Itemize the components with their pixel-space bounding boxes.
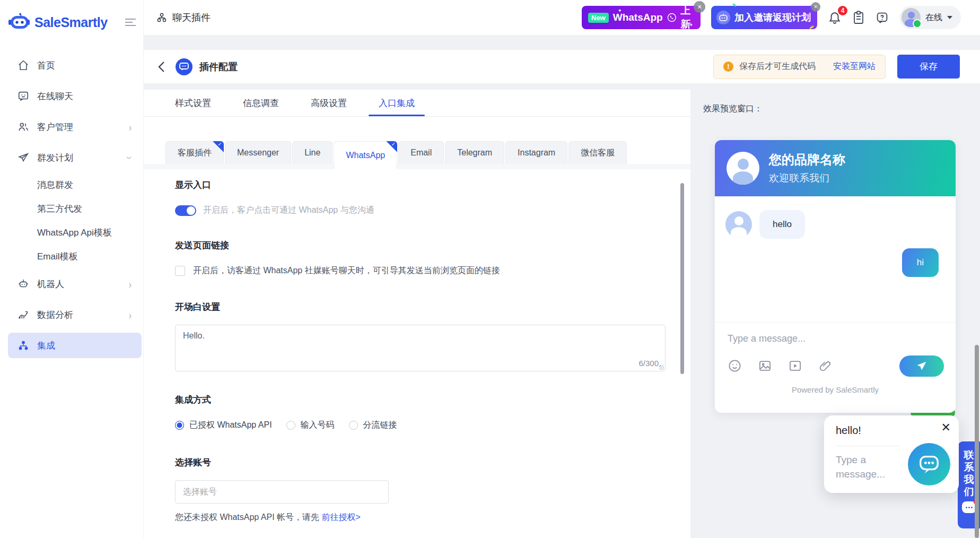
send-button[interactable] (899, 355, 944, 377)
input-divider (715, 322, 956, 323)
incoming-message-row: hello (725, 210, 945, 239)
sidebar-item-third-party[interactable]: 第三方代发 (0, 197, 143, 221)
help-button[interactable] (876, 11, 889, 24)
sidebar-item-label: 客户管理 (37, 121, 73, 133)
contact-tab-char: 联 (964, 449, 974, 461)
users-icon (18, 121, 29, 133)
welcome-text: 欢迎联系我们 (769, 171, 845, 185)
radio-authorized-whatsapp-api[interactable]: 已授权 WhatsApp API (175, 420, 272, 431)
sparkle-decoration: ✦ (618, 8, 622, 13)
form-scrollbar[interactable] (680, 183, 684, 374)
tab-label: 高级设置 (311, 97, 347, 109)
radio-label: 分流链接 (363, 420, 397, 431)
close-icon[interactable]: ✕ (941, 422, 951, 433)
preview-area: 效果预览窗口： 您的品牌名称 欢迎联系我们 hello hi Ty (690, 90, 980, 538)
sidebar-collapse-icon[interactable] (125, 18, 136, 27)
image-icon[interactable] (758, 359, 772, 373)
sidebar-item-analytics[interactable]: 数据分析 › (0, 299, 143, 330)
channel-tab-messenger[interactable]: Messenger (225, 141, 291, 164)
channel-tab-label: Messenger (237, 148, 279, 158)
sidebar-item-customers[interactable]: 客户管理 › (0, 111, 143, 142)
tab-style-settings[interactable]: 样式设置 (175, 90, 211, 116)
channel-tab-widget[interactable]: 客服插件 ✓ (165, 141, 224, 164)
contact-tab-char: 系 (964, 461, 974, 473)
send-page-link-checkbox[interactable] (175, 266, 185, 276)
chevron-right-icon: › (129, 121, 132, 133)
whatsapp-promo-banner[interactable]: New WhatsApp 上新 ✦ ✦ ✕ (582, 6, 701, 29)
channel-tab-line[interactable]: Line (292, 141, 332, 164)
sidebar-item-message-blast[interactable]: 消息群发 (0, 173, 143, 197)
banner-close-icon[interactable]: ✕ (811, 2, 820, 12)
channel-tab-email[interactable]: Email (398, 141, 444, 164)
sparkle-decoration: ✦ (689, 22, 693, 28)
install-to-site-link[interactable]: 安装至网站 (833, 61, 876, 72)
display-entry-desc: 开启后，客户点击可通过 WhatsApp 与您沟通 (203, 205, 374, 216)
sidebar-item-integration[interactable]: 集成 (8, 333, 142, 358)
channel-tab-wechat[interactable]: 微信客服 (568, 141, 627, 164)
emoji-icon[interactable] (728, 359, 742, 373)
go-authorize-link[interactable]: 前往授权> (322, 513, 361, 522)
topbar-right: New WhatsApp 上新 ✦ ✦ ✕ 加入邀请返现计划 ✕ (582, 6, 961, 29)
chart-icon (18, 309, 29, 320)
display-entry-row: 开启后，客户点击可通过 WhatsApp 与您沟通 (175, 205, 668, 216)
brand-name: 您的品牌名称 (769, 151, 845, 168)
tab-info-survey[interactable]: 信息调查 (243, 90, 279, 116)
channel-tab-whatsapp[interactable]: WhatsApp ✓ (334, 141, 397, 169)
user-menu[interactable]: 在线 (899, 6, 961, 29)
preview-label: 效果预览窗口： (690, 90, 980, 115)
whatsapp-settings-form: 显示入口 开启后，客户点击可通过 WhatsApp 与您沟通 发送页面链接 开启… (144, 164, 668, 523)
integration-icon (18, 340, 29, 351)
banner-close-icon[interactable]: ✕ (694, 1, 705, 13)
tab-label: 样式设置 (175, 97, 211, 109)
account-select[interactable]: 选择账号 (175, 480, 389, 504)
config-title: 插件配置 (199, 60, 238, 73)
greeting-value: Hello. (176, 325, 665, 346)
topbar: 聊天插件 New WhatsApp 上新 ✦ ✦ ✕ 加入邀请返现计划 ✕ (144, 0, 980, 35)
online-status-dot (913, 19, 922, 28)
attachment-icon[interactable] (818, 359, 833, 373)
display-entry-label: 显示入口 (175, 179, 668, 191)
channel-tab-telegram[interactable]: Telegram (445, 141, 504, 164)
widget-launcher-button[interactable] (908, 443, 950, 485)
back-button[interactable] (158, 61, 165, 73)
contact-tab-char: 我 (964, 473, 974, 485)
warning-icon: ! (723, 62, 733, 72)
notifications-button[interactable]: 4 (828, 11, 842, 24)
sidebar-item-campaigns[interactable]: 群发计划 › (0, 142, 143, 173)
referral-promo-banner[interactable]: 加入邀请返现计划 ✕ (711, 6, 817, 29)
paper-plane-icon (916, 361, 927, 371)
sidebar-item-home[interactable]: 首页 (0, 50, 143, 81)
chevron-down-icon (947, 16, 952, 22)
channel-tab-instagram[interactable]: Instagram (505, 141, 567, 164)
channel-tab-label: Telegram (457, 148, 492, 158)
radio-split-link[interactable]: 分流链接 (349, 420, 397, 431)
message-input-placeholder[interactable]: Type a message... (728, 333, 806, 344)
tab-entry-integration[interactable]: 入口集成 (379, 90, 415, 116)
page-scrollbar[interactable] (975, 345, 979, 538)
tab-advanced-settings[interactable]: 高级设置 (311, 90, 347, 116)
incoming-message-bubble: hello (759, 210, 805, 239)
greeting-textarea[interactable]: Hello. 6/300 (175, 325, 666, 371)
banner-referral-text: 加入邀请返现计划 (734, 11, 811, 24)
sidebar-item-email-template[interactable]: Email模板 (0, 245, 143, 268)
warning-text: 保存后才可生成代码 (739, 61, 816, 72)
radio-enter-number[interactable]: 输入号码 (286, 420, 335, 431)
page-title-text: 聊天插件 (172, 11, 211, 24)
display-entry-toggle[interactable] (175, 205, 196, 216)
sidebar-item-livechat[interactable]: 在线聊天 (0, 81, 143, 111)
tab-label: 入口集成 (379, 97, 415, 109)
save-button[interactable]: 保存 (897, 55, 960, 79)
radio-dot (349, 421, 358, 430)
popup-divider (836, 446, 899, 446)
video-icon[interactable] (788, 359, 802, 373)
sidebar-item-bots[interactable]: 机器人 › (0, 268, 143, 299)
resize-handle-icon[interactable] (659, 365, 664, 370)
settings-panel: 样式设置 信息调查 高级设置 入口集成 客服插件 ✓ Messenger Lin… (144, 90, 690, 538)
logo-text: SaleSmartly (34, 15, 120, 30)
sidebar-item-whatsapp-api-template[interactable]: WhatsApp Api模板 (0, 221, 143, 245)
auth-hint-text: 您还未授权 WhatsApp API 帐号，请先 (175, 513, 319, 522)
popup-input-placeholder[interactable]: Type a message... (836, 453, 898, 481)
tasks-button[interactable] (852, 11, 865, 24)
robot-icon (18, 278, 29, 290)
sidebar-nav: 首页 在线聊天 客户管理 › 群发计划 › 消息群发 第三方代发 WhatsAp… (0, 50, 143, 358)
